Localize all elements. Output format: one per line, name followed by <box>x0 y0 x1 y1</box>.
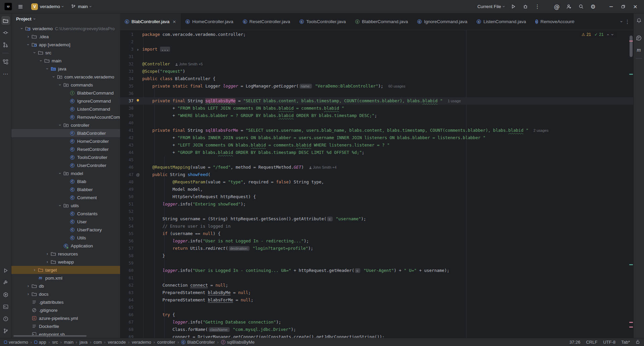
tree-item[interactable]: ›.idea <box>11 33 120 41</box>
tree-horizontal-scrollbar[interactable] <box>13 335 87 337</box>
tree-chevron-icon[interactable]: › <box>33 50 37 56</box>
structure-tool-button[interactable] <box>1 57 10 66</box>
breadcrumb-item[interactable]: java <box>79 340 88 345</box>
run-tool-button[interactable] <box>1 266 10 275</box>
editor-tab[interactable]: CListenCommand.java <box>472 13 531 30</box>
tree-chevron-icon[interactable]: › <box>58 82 62 88</box>
tree-chevron-icon[interactable]: › <box>44 260 50 264</box>
project-panel-header[interactable]: Project › <box>11 13 120 24</box>
tree-chevron-icon[interactable]: › <box>52 74 56 80</box>
tree-item[interactable]: CBlabber <box>11 185 120 193</box>
code-line[interactable]: 62 Connection connect = null; <box>120 282 633 289</box>
code-view[interactable]: 1package com.veracode.verademo.controlle… <box>120 31 633 338</box>
code-line[interactable]: 56 logger.info("User is not Logged In - … <box>120 237 633 245</box>
code-line[interactable]: 37 private final String sqlBlabsByMe = "… <box>120 97 633 105</box>
code-line[interactable]: 43 + "LEFT JOIN comments ON blabs.blabid… <box>120 141 633 149</box>
ai-assistant-button[interactable]: @ <box>551 2 562 12</box>
tab-options-button[interactable]: ⋮ <box>625 19 630 25</box>
terminal-tool-button[interactable] <box>1 302 10 311</box>
search-everywhere-button[interactable] <box>576 2 586 12</box>
code-line[interactable]: 69 connect = DriverManager.getConnection… <box>120 333 633 338</box>
more-tool-windows-button[interactable]: ⋯ <box>1 69 10 78</box>
settings-button[interactable]: ⚙ <box>588 2 598 12</box>
file-encoding[interactable]: UTF-8 <box>603 340 615 345</box>
caret-position[interactable]: 37:26 <box>570 340 581 345</box>
breadcrumb-item[interactable]: app <box>34 340 46 345</box>
breadcrumb-item[interactable]: veracode <box>108 340 125 345</box>
tree-item[interactable]: ›app [verademo] <box>11 41 120 49</box>
commit-tool-button[interactable] <box>1 28 10 37</box>
tree-item[interactable]: CConstants <box>11 210 120 218</box>
ai-assistant-tool-button[interactable] <box>635 34 643 42</box>
tree-item[interactable]: ›db <box>11 282 120 290</box>
tree-item[interactable]: CComment <box>11 193 120 201</box>
code-with-me-button[interactable] <box>564 2 574 12</box>
notifications-button[interactable] <box>635 16 643 25</box>
next-problem-button[interactable]: › <box>610 34 614 35</box>
maven-tool-button[interactable]: m <box>635 46 643 54</box>
tree-item[interactable]: ›verademoC:\Users\mmcgreevey\IdeaPro <box>11 24 120 33</box>
tree-item[interactable]: CListenCommand <box>11 105 120 113</box>
tree-item[interactable]: CUserController <box>11 161 120 169</box>
tree-chevron-icon[interactable]: › <box>25 292 31 296</box>
editor-tab[interactable]: CIgnoreCommand.java <box>413 13 472 30</box>
tree-item[interactable]: CBlab <box>11 177 120 185</box>
tree-item[interactable]: ›main <box>11 57 120 65</box>
code-line[interactable]: 68 Class.forName(className: "com.mysql.j… <box>120 326 633 333</box>
code-line[interactable]: 51 logger.info("Entering showFeed"); <box>120 200 633 208</box>
code-line[interactable]: 45 <box>120 156 633 164</box>
tree-item[interactable]: CUtils <box>11 234 120 242</box>
tree-item[interactable]: CResetController <box>11 145 120 153</box>
tree-item[interactable]: CBlabController <box>11 129 120 137</box>
code-line[interactable]: 59 <box>120 260 633 267</box>
pull-requests-tool-button[interactable] <box>1 40 10 49</box>
editor-tab[interactable]: CHomeController.java <box>181 13 238 30</box>
tree-item[interactable]: CUser <box>11 218 120 226</box>
tree-chevron-icon[interactable]: › <box>39 58 43 64</box>
breadcrumb-item[interactable]: src <box>52 340 58 345</box>
prev-problem-button[interactable]: › <box>605 34 610 35</box>
code-line[interactable]: 44 + "GROUP BY blabs.blabid ORDER BY bla… <box>120 149 633 156</box>
code-line[interactable]: 53 String username = (String) httpReques… <box>120 215 633 223</box>
tree-item[interactable]: IBlabberCommand <box>11 89 120 97</box>
code-line[interactable]: 34public class BlabController { <box>120 75 633 82</box>
tree-item[interactable]: Yazure-pipelines.yml <box>11 314 120 322</box>
code-line[interactable]: 1package com.veracode.verademo.controlle… <box>120 31 633 38</box>
problems-tool-button[interactable] <box>1 314 10 323</box>
tree-item[interactable]: CToolsController <box>11 153 120 161</box>
tree-item[interactable]: ›resources <box>11 250 120 258</box>
tree-chevron-icon[interactable]: › <box>25 35 31 39</box>
tree-item[interactable]: CIgnoreCommand <box>11 97 120 105</box>
breadcrumb-item[interactable]: main <box>64 340 73 345</box>
code-line[interactable]: 36 <box>120 90 633 97</box>
minimize-button[interactable]: − <box>606 2 616 12</box>
tree-item[interactable]: mpom.xml <box>11 274 120 282</box>
code-line[interactable]: 40 <box>120 119 633 127</box>
code-line[interactable]: 64 PreparedStatement blabsForMe = null; <box>120 296 633 304</box>
code-line[interactable]: 57 return Utils.redirect(destination: "l… <box>120 245 633 252</box>
editor-scrollbar[interactable] <box>629 30 633 338</box>
tree-item[interactable]: ›target <box>11 266 120 274</box>
code-line[interactable]: 60 logger.info("User is Logged In - cont… <box>120 267 633 274</box>
tree-item[interactable]: >_entrypoint.sh <box>11 330 120 338</box>
tree-item[interactable]: ›model <box>11 169 120 177</box>
code-line[interactable]: 39 + "WHERE blabs.blabber = ? GROUP BY b… <box>120 112 633 119</box>
code-line[interactable]: 42 + "FROM blabs INNER JOIN users ON bla… <box>120 134 633 141</box>
scrollbar-thumb[interactable] <box>630 36 633 57</box>
code-line[interactable]: 58 } <box>120 252 633 260</box>
debug-button[interactable] <box>520 2 531 12</box>
tree-item[interactable]: CHomeController <box>11 137 120 145</box>
main-menu-button[interactable] <box>15 2 26 12</box>
editor-tab[interactable]: CResetController.java <box>238 13 295 30</box>
code-line[interactable]: 35 private static final Logger logger = … <box>120 82 633 90</box>
run-button[interactable] <box>508 2 519 12</box>
tree-chevron-icon[interactable]: › <box>58 170 62 176</box>
code-line[interactable]: 61 <box>120 274 633 282</box>
tree-item[interactable]: ›webapp <box>11 258 120 266</box>
intention-bulb-icon[interactable] <box>136 99 140 103</box>
git-tool-button[interactable] <box>1 327 10 335</box>
tree-item[interactable]: CRemoveAccountCommand <box>11 113 120 121</box>
tree-chevron-icon[interactable]: › <box>32 268 38 272</box>
code-line[interactable]: 32@Controller John Smith +5 <box>120 60 633 68</box>
code-line[interactable]: 54 // Ensure user is logged in <box>120 223 633 230</box>
